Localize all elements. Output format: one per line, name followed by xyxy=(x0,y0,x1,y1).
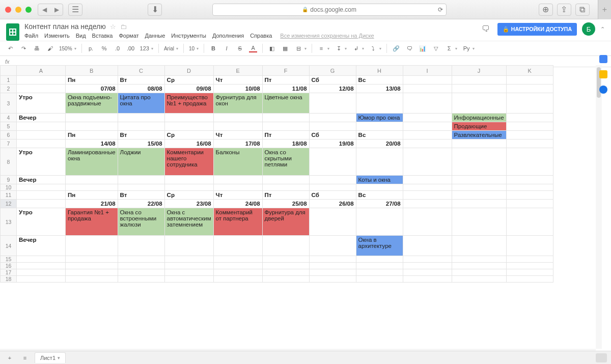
row-16[interactable]: 16 xyxy=(1,263,17,269)
maximize-window-button[interactable] xyxy=(25,7,32,13)
input-tools-icon[interactable]: Ру xyxy=(462,45,470,51)
menu-file[interactable]: Файл xyxy=(24,33,38,39)
share-button[interactable]: 🔒 НАСТРОЙКИ ДОСТУПА xyxy=(497,23,577,36)
col-D[interactable]: D xyxy=(164,66,213,76)
menu-tools[interactable]: Инструменты xyxy=(171,33,206,39)
cell[interactable]: Развлекательные xyxy=(452,131,506,139)
row-15[interactable]: 15 xyxy=(1,256,17,263)
row-2[interactable]: 2 xyxy=(1,85,17,93)
menu-format[interactable]: Формат xyxy=(119,33,138,39)
move-folder-icon[interactable]: 🗀 xyxy=(120,23,127,31)
menu-addons[interactable]: Дополнения xyxy=(212,33,244,39)
cell[interactable]: Окна с автоматическим затемнением xyxy=(164,208,213,236)
paint-format-icon[interactable]: 🖌 xyxy=(46,45,54,51)
cell[interactable]: Пн xyxy=(66,76,118,85)
new-tab-button[interactable]: + xyxy=(598,0,611,19)
cell[interactable]: Ср xyxy=(164,131,213,139)
font-family-select[interactable]: Arial xyxy=(164,46,174,51)
tabs-button[interactable]: ⧉ xyxy=(575,4,590,16)
cell[interactable]: Продающие xyxy=(452,122,506,131)
comments-icon[interactable]: 🗨 xyxy=(479,23,492,35)
merge-cells-icon[interactable]: ⊟ xyxy=(294,45,302,52)
v-align-icon[interactable]: ↧ xyxy=(335,45,343,52)
cell[interactable]: Преимущество №1 + продажа xyxy=(164,93,213,114)
col-E[interactable]: E xyxy=(213,66,262,76)
functions-icon[interactable]: Σ xyxy=(445,45,453,51)
all-sheets-button[interactable]: ≡ xyxy=(19,355,31,361)
cell[interactable]: 19/08 xyxy=(309,139,356,148)
cell[interactable]: Вечер xyxy=(17,236,66,256)
cell[interactable]: Юмор про окна xyxy=(356,114,403,122)
cell[interactable]: Чт xyxy=(213,191,262,200)
account-avatar[interactable]: Б xyxy=(582,22,595,36)
close-window-button[interactable] xyxy=(5,7,11,13)
row-5[interactable]: 5 xyxy=(1,122,17,131)
spreadsheet-grid[interactable]: A B C D E F G H I J K 1 Пн Вт Ср Чт Пт С… xyxy=(0,65,596,349)
document-title[interactable]: Контент план на неделю xyxy=(24,22,106,31)
sheet-tab[interactable]: Лист1 ▾ xyxy=(35,352,66,363)
cell[interactable]: Окна со скрытыми петлями xyxy=(262,148,309,176)
menu-view[interactable]: Вид xyxy=(76,33,86,39)
menu-data[interactable]: Данные xyxy=(145,33,165,39)
col-A[interactable]: A xyxy=(17,66,66,76)
cell[interactable]: 21/08 xyxy=(66,200,118,208)
bold-icon[interactable]: B xyxy=(209,45,217,51)
cell[interactable]: Вт xyxy=(118,191,164,200)
cell[interactable]: 09/08 xyxy=(164,85,213,93)
borders-icon[interactable]: ▦ xyxy=(281,45,289,52)
row-7[interactable]: 7 xyxy=(1,139,17,148)
fill-color-icon[interactable]: ◧ xyxy=(268,45,276,52)
save-status[interactable]: Все изменения сохранены на Диске xyxy=(280,33,374,39)
cell[interactable]: Чт xyxy=(213,76,262,85)
cell[interactable]: Цитата про окна xyxy=(118,93,164,114)
row-18[interactable]: 18 xyxy=(1,276,17,283)
collapse-header-icon[interactable]: ⌃ xyxy=(600,26,605,33)
cell[interactable]: Ср xyxy=(164,191,213,200)
cell[interactable]: Утро xyxy=(17,208,66,236)
cell[interactable]: Балконы xyxy=(213,148,262,176)
cell[interactable]: 22/08 xyxy=(118,200,164,208)
cell[interactable]: Комментарии нашего сотрудника xyxy=(164,148,213,176)
tasks-app-icon[interactable] xyxy=(599,86,607,94)
cell[interactable]: Гарантия №1 + продажа xyxy=(66,208,118,236)
cell[interactable]: 25/08 xyxy=(262,200,309,208)
row-6[interactable]: 6 xyxy=(1,131,17,139)
chart-icon[interactable]: 📊 xyxy=(419,45,427,52)
address-bar[interactable]: 🔒 docs.google.com ⟳ xyxy=(212,4,447,16)
calendar-app-icon[interactable] xyxy=(599,55,607,63)
cell[interactable]: Вт xyxy=(118,76,164,85)
cell[interactable]: Фурнитура для дверей xyxy=(262,208,309,236)
zoom-select[interactable]: 150% xyxy=(59,46,72,51)
col-G[interactable]: G xyxy=(309,66,356,76)
cell[interactable]: Пн xyxy=(66,131,118,139)
col-B[interactable]: B xyxy=(66,66,118,76)
cell[interactable]: 14/08 xyxy=(66,139,118,148)
cell[interactable]: 23/08 xyxy=(164,200,213,208)
redo-icon[interactable]: ↷ xyxy=(19,45,27,52)
download-circle-icon[interactable]: ⊕ xyxy=(539,4,553,16)
cell[interactable]: Ср xyxy=(164,76,213,85)
rotate-icon[interactable]: ⤵ xyxy=(369,45,377,51)
cell[interactable]: 27/08 xyxy=(356,200,403,208)
cell[interactable]: Вечер xyxy=(17,114,66,122)
star-icon[interactable]: ☆ xyxy=(110,23,116,31)
explore-button[interactable] xyxy=(596,353,607,362)
menu-insert[interactable]: Вставка xyxy=(92,33,113,39)
italic-icon[interactable]: I xyxy=(223,45,231,51)
cell[interactable]: Лоджии xyxy=(118,148,164,176)
cell[interactable]: Окна со встроенными жалюзи xyxy=(118,208,164,236)
percent-icon[interactable]: % xyxy=(100,45,108,51)
forward-button[interactable]: ▶ xyxy=(50,4,63,15)
cell[interactable]: Вс xyxy=(356,131,403,139)
cell[interactable]: 12/08 xyxy=(309,85,356,93)
row-8[interactable]: 8 xyxy=(1,148,17,176)
cell[interactable]: 15/08 xyxy=(118,139,164,148)
cell[interactable]: 10/08 xyxy=(213,85,262,93)
cell[interactable]: Информационные xyxy=(452,114,506,122)
cell[interactable]: 24/08 xyxy=(213,200,262,208)
h-align-icon[interactable]: ≡ xyxy=(317,45,325,51)
sheet-tab-menu-icon[interactable]: ▾ xyxy=(58,355,60,360)
more-formats-icon[interactable]: 123 xyxy=(140,45,149,51)
keep-app-icon[interactable] xyxy=(599,70,607,78)
cell[interactable]: Сб xyxy=(309,131,356,139)
